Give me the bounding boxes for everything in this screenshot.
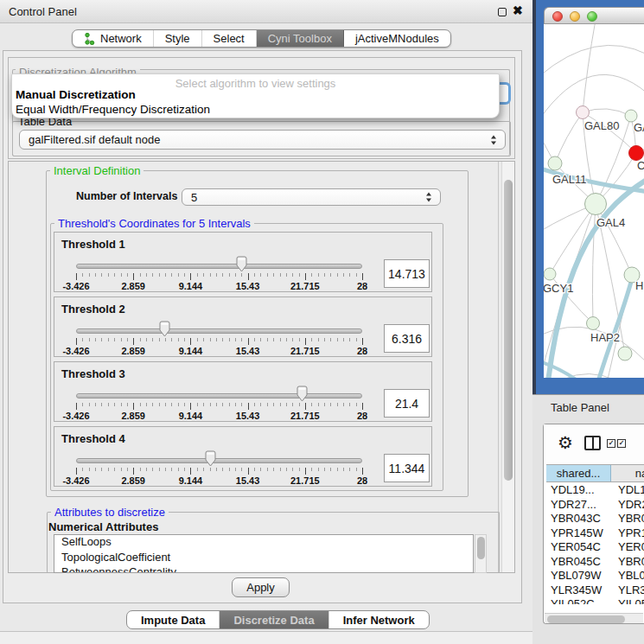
- tick-mark: [190, 338, 191, 345]
- tick-label: 15.43: [236, 281, 260, 291]
- scrollpane-content-edge: [498, 162, 499, 572]
- split-table-icon[interactable]: [584, 436, 601, 450]
- slider-thumb[interactable]: [205, 450, 216, 470]
- graph-node-label: GCY1: [544, 282, 573, 295]
- table-row[interactable]: YBL079WYBL079W: [546, 569, 644, 583]
- tab-label: jActiveMNodules: [355, 32, 439, 45]
- combo-spinner-icon: [426, 193, 432, 202]
- minimize-traffic-light[interactable]: [570, 11, 580, 22]
- tick-mark: [248, 468, 249, 475]
- dropdown-option-manual[interactable]: Manual Discretization: [16, 88, 136, 101]
- numerical-attributes-label: Numerical Attributes: [48, 520, 158, 533]
- graph-node[interactable]: [548, 156, 562, 170]
- apply-button[interactable]: Apply: [232, 577, 290, 597]
- tick-mark: [76, 273, 77, 280]
- numerical-attributes-list[interactable]: SelfLoopsTopologicalCoefficientBetweenne…: [54, 534, 474, 573]
- table-rows: YDL19...YDL19...YDR27...YDR27...YBR043CY…: [546, 483, 644, 604]
- slider-thumb[interactable]: [159, 321, 170, 341]
- graph-node[interactable]: [577, 106, 590, 119]
- graph-node[interactable]: [618, 347, 632, 360]
- column-header-name[interactable]: name: [611, 465, 644, 481]
- bottom-tab-infer-network[interactable]: Infer Network: [329, 611, 429, 628]
- interval-definition-label: Interval Definition: [50, 164, 143, 177]
- graph-node-label: GAL80: [584, 119, 619, 132]
- cell-shared-name: YPR145W: [546, 526, 611, 541]
- column-header-shared-name[interactable]: shared...: [546, 465, 611, 481]
- tab-cyni-toolbox[interactable]: Cyni Toolbox: [257, 30, 344, 47]
- tick-mark: [362, 338, 363, 345]
- tab-style[interactable]: Style: [154, 30, 202, 47]
- table-row[interactable]: YDR27...YDR27...: [546, 498, 644, 513]
- tick-mark: [190, 468, 191, 475]
- bottom-tab-impute-data[interactable]: Impute Data: [127, 611, 220, 628]
- tab-select[interactable]: Select: [202, 30, 257, 47]
- graph-node-label: HAP2: [590, 331, 620, 344]
- graph-node[interactable]: [587, 317, 600, 330]
- threshold-value-field[interactable]: 21.4: [384, 389, 430, 418]
- graph-node[interactable]: [585, 194, 607, 215]
- top-tab-bar: NetworkStyleSelectCyni ToolboxjActiveMNo…: [72, 29, 451, 48]
- tab-jactivemnodules[interactable]: jActiveMNodules: [344, 30, 450, 47]
- zoom-traffic-light[interactable]: [587, 11, 597, 22]
- slider-thumb[interactable]: [236, 256, 247, 276]
- cell-shared-name: YBL079W: [546, 569, 611, 583]
- slider-track[interactable]: [76, 393, 362, 399]
- threshold-box-2: Threshold 2-3.4262.8599.14415.4321.71528…: [54, 296, 432, 357]
- table-row[interactable]: YLR345WYLR345W: [546, 583, 644, 598]
- table-row[interactable]: YIL052CYIL052C: [546, 597, 644, 604]
- gear-icon[interactable]: ⚙: [558, 432, 573, 453]
- table-row[interactable]: YBR045CYBR045C: [546, 555, 644, 570]
- slider-track[interactable]: [76, 328, 362, 334]
- checkbox-icon[interactable]: ✓: [607, 439, 615, 448]
- checkbox-icon[interactable]: ✓: [617, 439, 626, 448]
- attributes-list-scrollbar[interactable]: [475, 534, 487, 573]
- tick-mark: [133, 338, 134, 345]
- tick-label: 2.859: [121, 346, 145, 356]
- network-graph-canvas[interactable]: GAL80GAGAL11CGAL4GCY1HHAP2: [544, 24, 644, 378]
- float-window-icon[interactable]: [498, 8, 507, 16]
- table-row[interactable]: YER054CYER054C: [546, 540, 644, 555]
- tick-label: 9.144: [179, 411, 203, 421]
- table-data-value: galFiltered.sif default node: [29, 133, 160, 146]
- tick-label: 15.43: [236, 346, 260, 356]
- tab-network[interactable]: Network: [73, 30, 154, 47]
- tick-mark: [362, 273, 363, 280]
- cell-shared-name: YIL052C: [546, 597, 611, 604]
- number-of-intervals-combobox[interactable]: 5: [182, 188, 441, 206]
- vertical-scrollbar-thumb[interactable]: [504, 180, 513, 481]
- attribute-list-item[interactable]: BetweennessCentrality: [54, 565, 473, 573]
- tick-mark: [305, 273, 306, 280]
- tick-label: 2.859: [121, 475, 145, 486]
- slider-minor-ticks: [76, 273, 363, 277]
- graph-node[interactable]: [625, 110, 637, 122]
- attribute-list-item[interactable]: TopologicalCoefficient: [54, 551, 473, 566]
- table-data-combobox[interactable]: galFiltered.sif default node: [19, 130, 506, 150]
- tick-label: 28: [357, 411, 367, 421]
- vertical-scrollbar[interactable]: [501, 162, 514, 572]
- slider-thumb[interactable]: [296, 386, 308, 405]
- horizontal-scrollbar-thumb[interactable]: [547, 615, 625, 623]
- algorithm-dropdown-popup: Select algorithm to view settings Manual…: [11, 73, 500, 118]
- attribute-list-item[interactable]: SelfLoops: [54, 535, 473, 551]
- attributes-scrollbar-thumb[interactable]: [477, 537, 485, 559]
- close-icon[interactable]: ✖: [513, 3, 523, 17]
- cell-name: YBR045C: [611, 555, 644, 570]
- table-row[interactable]: YBR043CYBR043C: [546, 512, 644, 526]
- threshold-value-field[interactable]: 14.713: [384, 259, 430, 288]
- graph-node[interactable]: [544, 268, 556, 280]
- horizontal-scrollbar[interactable]: [545, 613, 643, 623]
- graph-node[interactable]: [629, 146, 644, 161]
- slider-track[interactable]: [76, 458, 362, 463]
- cell-shared-name: YBR043C: [546, 512, 611, 526]
- bottom-tab-discretize-data[interactable]: Discretize Data: [220, 611, 328, 628]
- slider-track[interactable]: [76, 264, 362, 269]
- slider-minor-ticks: [76, 403, 363, 406]
- threshold-label: Threshold 4: [61, 432, 125, 445]
- table-row[interactable]: YPR145WYPR145W: [546, 526, 644, 541]
- close-traffic-light[interactable]: [552, 11, 563, 22]
- threshold-value-field[interactable]: 11.344: [384, 454, 430, 482]
- table-row[interactable]: YDL19...YDL19...: [546, 483, 644, 498]
- dropdown-option-equal-width[interactable]: Equal Width/Frequency Discretization: [16, 103, 210, 116]
- network-window-titlebar: [544, 7, 644, 24]
- threshold-value-field[interactable]: 6.316: [384, 324, 430, 353]
